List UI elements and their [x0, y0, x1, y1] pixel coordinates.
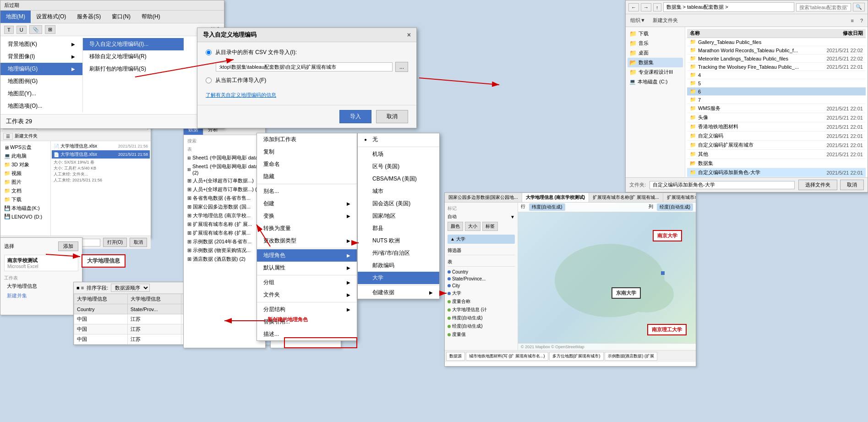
sidebar-item-desktop[interactable]: 📁 桌面: [628, 48, 683, 58]
file-row-5[interactable]: 📁 5: [687, 79, 866, 88]
grs-state-province[interactable]: 州/省/市/自治区: [358, 247, 439, 259]
bottom-tab-3[interactable]: 多方位地图(扩展现有城市): [549, 352, 604, 361]
select-folder-button[interactable]: 选择文件夹: [798, 180, 837, 190]
tree-item-3d[interactable]: 📁3D 对象: [2, 160, 49, 169]
toolbar-btn3[interactable]: 📎: [29, 25, 42, 34]
tree-item-disk-k[interactable]: 💾本地磁盘(K:): [2, 204, 49, 213]
ctx-default-props[interactable]: 默认属性 ▶: [257, 262, 357, 274]
file-row-avatar[interactable]: 📁 头像 2021/5/21 22:01: [687, 113, 866, 122]
file-row-4[interactable]: 📁 4: [687, 71, 866, 79]
file-row-meteorite[interactable]: 📁 Meteorite Landings_Tableau Public_file…: [687, 55, 866, 63]
grs-area-code[interactable]: 区号 (美国): [358, 160, 439, 173]
sort-select[interactable]: 数据源顺序: [111, 284, 150, 292]
color-button[interactable]: 颜色: [448, 222, 463, 231]
file-row-custom-code[interactable]: 📁 自定义编码 2021/5/21 22:01: [687, 132, 866, 141]
ctx-add-to-sheet[interactable]: 添加到工作表: [257, 133, 357, 146]
geo-import-custom[interactable]: 导入自定义地理编码(I)...: [83, 38, 184, 50]
tree-item-video[interactable]: 📁视频: [2, 169, 49, 178]
grs-country[interactable]: 国家/地区: [358, 210, 439, 222]
ctx-transform[interactable]: 变换 ▶: [257, 210, 357, 222]
table-field-country[interactable]: Country: [448, 269, 515, 275]
cancel-button[interactable]: 取消: [130, 238, 147, 247]
field-hotel[interactable]: ⊞ 酒店数据 (酒店数据) (2): [186, 255, 263, 263]
radio-directory[interactable]: [206, 49, 212, 55]
grs-city[interactable]: 城市: [358, 185, 439, 197]
table-field-lat[interactable]: 纬度(自动生成): [448, 314, 515, 322]
path-input[interactable]: [216, 62, 393, 71]
table-field-university[interactable]: 大学: [448, 289, 515, 297]
field-sample-2[interactable]: ⊞ 示例数据 (物资采购情况...: [186, 246, 263, 255]
grs-county[interactable]: 郡县: [358, 222, 439, 235]
file-row-gallery[interactable]: 📁 Gallery_Tableau Public_files: [687, 38, 866, 46]
file-row-datasets[interactable]: 📂 数据集: [687, 159, 866, 168]
import-button[interactable]: 导入: [339, 110, 371, 123]
ctx-hierarchy[interactable]: 分层结构 ▶: [257, 303, 357, 316]
view-list-button[interactable]: ≡: [849, 17, 855, 24]
search-button[interactable]: 🔍: [853, 3, 865, 11]
tree-item-pc[interactable]: 💻此电脑: [2, 152, 49, 160]
open-button[interactable]: 打开(O): [103, 238, 127, 247]
menu-item-window[interactable]: 窗口(N): [106, 11, 136, 23]
radio-workbook[interactable]: [206, 77, 212, 83]
menu-item-map[interactable]: 地图(M): [0, 11, 31, 23]
menu-item-help[interactable]: 帮助(H): [136, 11, 166, 23]
sheet-university[interactable]: 大学地理信息: [4, 281, 78, 291]
table-field-count[interactable]: 度量合称: [448, 297, 515, 306]
file-row-marathon[interactable]: 📁 Marathon World Records_Tableau Public_…: [687, 46, 866, 55]
cancel-button[interactable]: 取消: [840, 180, 864, 190]
menu-item-format[interactable]: 设置格式(O): [31, 11, 71, 23]
help-button[interactable]: ?: [858, 17, 865, 24]
ctx-change-type[interactable]: 更改数据类型 ▶: [257, 235, 357, 247]
file-row-custom-university[interactable]: 📁 自定义编码添加新角色-大学 2021/5/21 22:01: [687, 168, 866, 177]
file-row-wms[interactable]: 📁 WMS服务 2021/5/21 22:01: [687, 104, 866, 113]
ctx-rename[interactable]: 重命名: [257, 158, 357, 170]
ctx-convert-measure[interactable]: 转换为度量: [257, 222, 357, 235]
file-row-custom-expand[interactable]: 📁 自定义编码扩展现有城市 2021/5/21 22:01: [687, 141, 866, 150]
toolbar-btn2[interactable]: U: [16, 26, 27, 34]
geo-remove-custom[interactable]: 移除自定义地理编码(R): [83, 50, 184, 63]
map-tab-park[interactable]: 国家公园多边形数据(国家公园地...: [445, 193, 522, 202]
table-field-measure[interactable]: 度量值: [448, 330, 515, 339]
grs-cbsa[interactable]: CBSA/MSA (美国): [358, 173, 439, 185]
map-item-background-image[interactable]: 背景图像(I) ▶: [0, 50, 82, 63]
organize-button[interactable]: 组织▼: [628, 16, 647, 25]
sidebar-item-course[interactable]: 📁 专业课程设计III: [628, 67, 683, 77]
arrange-button[interactable]: ☰: [3, 133, 13, 140]
file-row-7[interactable]: 📁 7: [687, 96, 866, 104]
sidebar-item-music[interactable]: 📁 音乐: [628, 38, 683, 48]
field-park[interactable]: ⊞ 国家公园多边形数据 (国...: [186, 203, 263, 211]
cancel-button[interactable]: 取消: [376, 110, 408, 123]
lp-file-row-2[interactable]: 📄 大学地理信息.xlsx 2021/5/21 21:58: [52, 150, 150, 159]
sidebar-item-download[interactable]: 📁 下载: [628, 29, 683, 38]
grs-none[interactable]: ●无: [358, 133, 439, 146]
label-button[interactable]: 标签: [482, 222, 498, 231]
search-input[interactable]: [796, 3, 851, 11]
folder-name-input[interactable]: [650, 181, 795, 189]
bottom-tab-4[interactable]: 示例数据(酒店数据) (扩展: [605, 352, 658, 361]
map-item-layers[interactable]: 地图层(Y)...: [0, 88, 82, 100]
detail-chip-university[interactable]: ▲ 大学: [448, 235, 515, 244]
ctx-alias[interactable]: 别名...: [257, 185, 357, 197]
forward-button[interactable]: →: [641, 3, 651, 11]
file-row-fire[interactable]: 📁 Tracking the Woolsey Fire_Tableau Publ…: [687, 63, 866, 71]
grs-create-based-on[interactable]: 创建依据 ▶: [358, 286, 439, 299]
back-button[interactable]: ←: [628, 3, 639, 11]
table-field-city[interactable]: City: [448, 282, 515, 289]
field-sheet1-1[interactable]: ⊞Sheet1 (中国电影网电影 data): [186, 153, 263, 162]
bottom-tab-1[interactable]: 数据源: [446, 352, 465, 361]
sidebar-item-local-disk[interactable]: 💻 本地磁盘 (C:): [628, 77, 683, 87]
grs-university[interactable]: 大学: [358, 272, 439, 284]
grs-zipcode[interactable]: 邮政编码: [358, 259, 439, 272]
tree-item-lenovo[interactable]: 💾LENOVO (D:): [2, 213, 49, 220]
table-field-university-count[interactable]: 大学地理信息 (计: [448, 306, 515, 314]
map-item-geocoding[interactable]: 地理编码(G) ▶: [0, 63, 82, 75]
close-button[interactable]: ×: [407, 31, 411, 38]
grs-congressional[interactable]: 国会选区 (美国): [358, 197, 439, 210]
browse-button[interactable]: ...: [395, 62, 408, 72]
size-button[interactable]: 大小: [465, 222, 480, 231]
field-sample-1[interactable]: ⊞ 示例数据 (2014年各省市...: [186, 237, 263, 246]
ctx-hide[interactable]: 隐藏: [257, 170, 357, 183]
sheet-new-union[interactable]: 新建并集: [4, 291, 78, 301]
tree-item-download[interactable]: 📁下载: [2, 195, 49, 204]
add-button[interactable]: 添加: [58, 241, 78, 251]
